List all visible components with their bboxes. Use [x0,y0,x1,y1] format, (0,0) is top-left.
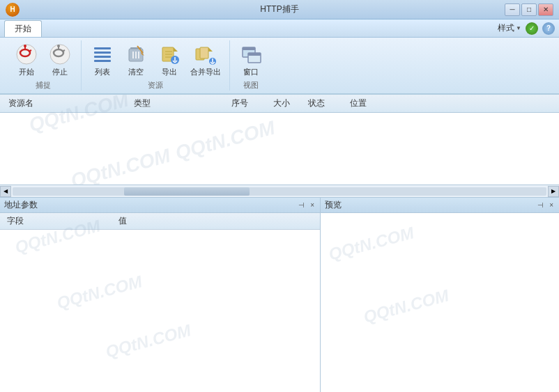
stop-icon [47,42,72,67]
resource-items: 列表 清空 [87,40,224,79]
tab-right: 样式 ▼ ✓ ? [498,22,555,35]
col-value: 值 [114,214,317,228]
svg-rect-37 [243,47,255,50]
watermark-2: QQtN.COM [173,117,277,165]
resource-group-label: 资源 [148,80,163,91]
list-button[interactable]: 列表 [87,40,118,79]
left-panel: 地址参数 ⊣ × QQtN.COM QQtN.COM QQtN.COM 字段 值 [0,198,321,392]
watermark-7: QQtN.COM [327,223,416,264]
right-panel-close-button[interactable]: × [548,201,555,209]
merge-export-button[interactable]: 合并导出 [187,40,224,79]
help-button[interactable]: ? [542,22,555,35]
toolbar-group-capture: 开始 停止 捕捉 [6,40,82,91]
right-panel-controls: ⊣ × [536,201,555,209]
horizontal-scrollbar[interactable]: ◀ ▶ [0,185,559,198]
export-button[interactable]: 导出 [154,40,185,79]
minimize-button[interactable]: ─ [505,3,520,16]
left-panel-close-button[interactable]: × [309,201,316,209]
right-panel-header: 预览 ⊣ × [321,198,559,213]
title-bar-left: H [6,3,20,17]
left-panel-controls: ⊣ × [297,201,316,209]
table-header: 资源名 类型 序号 大小 状态 位置 [0,95,559,113]
left-panel-header: 地址参数 ⊣ × [0,198,320,213]
svg-point-3 [24,45,26,47]
clear-label: 清空 [128,67,144,77]
col-type: 类型 [131,97,229,110]
col-resource-name: 资源名 [6,97,131,110]
svg-rect-39 [248,53,261,56]
content-area: QQtN.COM QQtN.COM QQtN.COM 资源名 类型 序号 大小 … [0,95,559,185]
green-check-icon[interactable]: ✓ [526,22,538,35]
toolbar-group-resource: 列表 清空 [82,40,230,91]
svg-rect-11 [94,52,111,54]
scroll-left-arrow[interactable]: ◀ [0,186,11,197]
right-panel-pin-button[interactable]: ⊣ [536,201,545,209]
left-table-header: 字段 值 [0,213,320,230]
toolbar: 开始 停止 捕捉 [0,38,559,95]
toolbar-group-view: 窗口 视图 [230,40,272,91]
left-panel-title: 地址参数 [4,199,38,211]
svg-point-8 [57,45,60,47]
export-label: 导出 [162,67,177,77]
style-label: 样式 [498,22,514,34]
right-panel: 预览 ⊣ × QQtN.COM QQtN.COM [321,198,559,392]
window-icon [238,42,263,67]
close-button[interactable]: ✕ [538,3,553,16]
scroll-thumb[interactable] [124,187,250,196]
watermark-6: QQtN.COM [104,320,193,361]
watermark-5: QQtN.COM [55,272,144,313]
col-field: 字段 [3,214,114,228]
tab-row: 开始 样式 ▼ ✓ ? [0,19,559,38]
svg-rect-10 [94,47,111,49]
svg-rect-12 [94,56,111,58]
stop-button[interactable]: 停止 [45,40,75,79]
col-seq: 序号 [229,97,270,110]
watermark-8: QQtN.COM [362,285,451,327]
view-group-label: 视图 [243,80,259,91]
merge-export-icon [193,42,218,67]
svg-rect-30 [200,47,208,58]
title-bar: H HTTP捕手 ─ □ ✕ [0,0,559,19]
scroll-right-arrow[interactable]: ▶ [548,186,559,197]
app-icon: H [6,3,20,17]
tab-left: 开始 [4,20,42,37]
right-panel-content: QQtN.COM QQtN.COM [321,213,559,392]
start-button[interactable]: 开始 [11,40,42,79]
col-size: 大小 [270,97,305,110]
window-label: 窗口 [243,67,259,77]
window-button[interactable]: 窗口 [236,40,266,79]
scroll-track[interactable] [13,187,546,196]
bottom-panels: 地址参数 ⊣ × QQtN.COM QQtN.COM QQtN.COM 字段 值… [0,198,559,392]
list-icon [90,42,115,67]
window-title: HTTP捕手 [260,3,298,15]
merge-export-label: 合并导出 [190,67,221,77]
right-panel-title: 预览 [325,199,342,211]
clear-icon [123,42,148,67]
style-button[interactable]: 样式 ▼ [498,22,521,34]
svg-rect-13 [94,60,111,62]
view-items: 窗口 [236,40,266,79]
left-panel-table: QQtN.COM QQtN.COM QQtN.COM 字段 值 [0,213,320,392]
watermark-3: QQtN.COM [68,145,173,185]
capture-items: 开始 停止 [11,40,75,79]
start-icon [14,42,39,67]
maximize-button[interactable]: □ [521,3,537,16]
capture-group-label: 捕捉 [36,80,51,91]
clear-button[interactable]: 清空 [121,40,151,79]
svg-marker-31 [208,47,213,52]
col-status: 状态 [305,97,347,110]
list-label: 列表 [95,67,110,77]
export-icon [157,42,182,67]
window-controls: ─ □ ✕ [505,3,553,16]
style-arrow: ▼ [516,25,521,31]
start-label: 开始 [19,67,34,77]
stop-label: 停止 [52,67,68,77]
main-tab[interactable]: 开始 [4,20,42,37]
col-location: 位置 [347,97,553,110]
svg-marker-21 [174,47,178,52]
left-panel-pin-button[interactable]: ⊣ [297,201,306,209]
